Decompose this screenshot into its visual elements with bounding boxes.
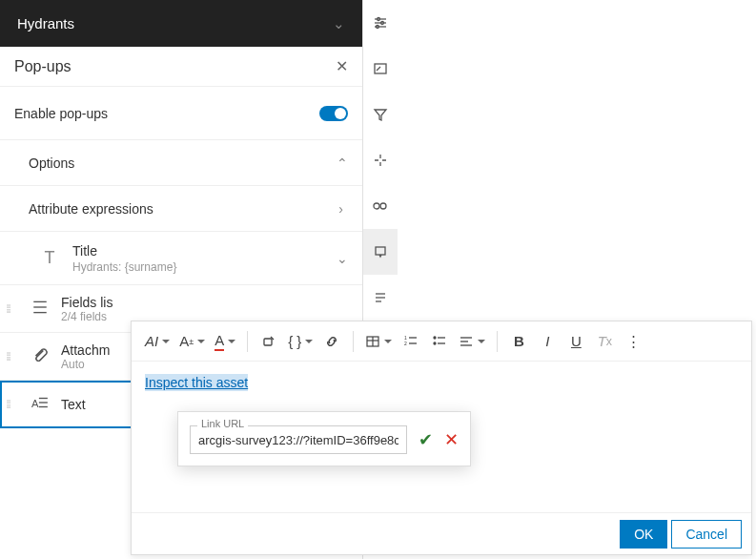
separator bbox=[497, 331, 498, 352]
align-button[interactable] bbox=[455, 327, 489, 356]
sliders-icon[interactable] bbox=[363, 0, 398, 46]
fields-text: Fields lis 2/4 fields bbox=[61, 295, 351, 323]
chevron-down-icon: ⌄ bbox=[337, 251, 348, 266]
svg-point-30 bbox=[434, 342, 436, 344]
attachment-icon bbox=[29, 346, 51, 366]
ok-button[interactable]: OK bbox=[620, 520, 667, 549]
cancel-link-button[interactable]: ✕ bbox=[444, 429, 459, 450]
underline-button[interactable]: U bbox=[562, 327, 589, 356]
text-icon: A bbox=[29, 394, 51, 414]
editor-footer: OK Cancel bbox=[132, 512, 751, 554]
popups-title: Pop-ups bbox=[14, 58, 72, 75]
font-format-button[interactable]: A± bbox=[175, 327, 209, 356]
clear-format-button[interactable] bbox=[255, 327, 282, 356]
svg-point-16 bbox=[380, 203, 386, 209]
attribute-expressions-row[interactable]: Attribute expressions › bbox=[0, 186, 362, 232]
fields-icon bbox=[29, 299, 51, 319]
link-url-field: Link URL bbox=[190, 425, 407, 454]
layer-header[interactable]: Hydrants ⌄ bbox=[0, 0, 362, 47]
title-main: Title bbox=[72, 243, 323, 259]
svg-rect-17 bbox=[376, 247, 385, 255]
chevron-down-icon: ⌄ bbox=[333, 15, 345, 32]
italic-button[interactable]: I bbox=[534, 327, 561, 356]
bullet-list-button[interactable] bbox=[426, 327, 453, 356]
svg-rect-13 bbox=[375, 64, 386, 73]
drag-handle-icon[interactable]: ⁞⁞ bbox=[6, 349, 19, 363]
text-editor-dialog: AI A± A { } 12 B I U Tx ⋮ Inspect this a… bbox=[131, 321, 752, 555]
clear-style-button[interactable]: Tx bbox=[591, 327, 618, 356]
title-text: Title Hydrants: {surname} bbox=[72, 243, 323, 274]
insert-field-button[interactable]: { } bbox=[284, 327, 317, 356]
enable-popups-row: Enable pop-ups bbox=[0, 87, 362, 140]
popups-header: Pop-ups ✕ bbox=[0, 47, 362, 87]
svg-line-14 bbox=[377, 67, 380, 71]
title-icon: T bbox=[40, 248, 59, 268]
draw-icon[interactable] bbox=[363, 183, 398, 229]
link-url-input[interactable] bbox=[190, 425, 407, 454]
font-color-button[interactable]: A bbox=[211, 327, 239, 356]
options-label: Options bbox=[29, 155, 74, 171]
svg-rect-21 bbox=[264, 339, 272, 345]
svg-text:2: 2 bbox=[404, 341, 407, 346]
enable-popups-toggle[interactable] bbox=[319, 106, 348, 121]
more-button[interactable]: ⋮ bbox=[620, 327, 646, 356]
options-row[interactable]: Options ⌃ bbox=[0, 140, 362, 186]
drag-handle-icon[interactable]: ⁞⁞ bbox=[6, 301, 19, 316]
attribute-expressions-label: Attribute expressions bbox=[29, 201, 153, 217]
font-size-button[interactable]: AI bbox=[141, 327, 174, 356]
chevron-right-icon: › bbox=[338, 201, 343, 217]
layer-title: Hydrants bbox=[17, 15, 74, 31]
confirm-link-button[interactable]: ✔ bbox=[419, 429, 433, 450]
separator bbox=[353, 331, 354, 352]
fields-main: Fields lis bbox=[61, 295, 351, 310]
drag-handle-icon[interactable]: ⁞⁞ bbox=[6, 397, 19, 411]
editor-body[interactable]: Inspect this asset Link URL ✔ ✕ bbox=[132, 362, 751, 512]
cancel-button[interactable]: Cancel bbox=[671, 520, 742, 549]
link-url-popover: Link URL ✔ ✕ bbox=[177, 411, 471, 466]
separator bbox=[247, 331, 248, 352]
bold-button[interactable]: B bbox=[505, 327, 532, 356]
popup-title-row[interactable]: T Title Hydrants: {surname} ⌄ bbox=[0, 232, 362, 285]
editor-text-selected[interactable]: Inspect this asset bbox=[145, 374, 248, 391]
editor-toolbar: AI A± A { } 12 B I U Tx ⋮ bbox=[132, 321, 751, 362]
link-button[interactable] bbox=[318, 327, 345, 356]
sparkle-icon[interactable] bbox=[363, 137, 398, 183]
svg-text:A: A bbox=[31, 398, 39, 409]
legend-icon[interactable] bbox=[363, 46, 398, 92]
svg-point-15 bbox=[374, 203, 379, 209]
close-icon[interactable]: ✕ bbox=[336, 57, 348, 75]
code-icon[interactable] bbox=[363, 275, 398, 321]
link-url-label: Link URL bbox=[197, 418, 248, 429]
filter-icon[interactable] bbox=[363, 92, 398, 137]
numbered-list-button[interactable]: 12 bbox=[398, 327, 424, 356]
popup-config-icon[interactable] bbox=[363, 229, 398, 275]
chevron-up-icon: ⌃ bbox=[337, 155, 348, 171]
title-sub: Hydrants: {surname} bbox=[72, 260, 323, 274]
table-button[interactable] bbox=[361, 327, 396, 356]
enable-popups-label: Enable pop-ups bbox=[14, 106, 108, 121]
svg-point-29 bbox=[434, 337, 436, 339]
